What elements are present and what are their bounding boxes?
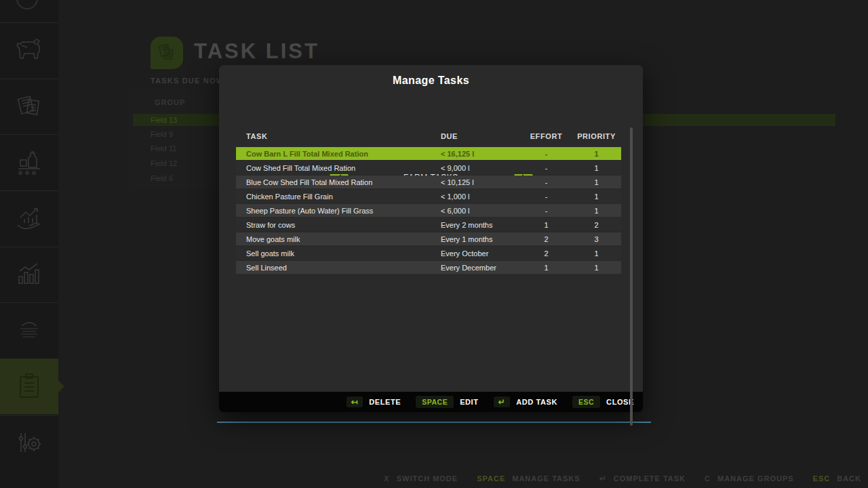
footer-action[interactable]: ↤ DELETE — [347, 396, 401, 407]
col-header-effort: EFFORT — [521, 132, 572, 146]
key-hint: ↵ — [494, 396, 511, 407]
help-action[interactable]: ↵ COMPLETE TASK — [599, 474, 686, 483]
gear-sliders-icon — [14, 428, 44, 458]
task-due-cell: < 16,125 l — [441, 150, 521, 158]
task-due-cell: < 10,125 l — [441, 178, 521, 186]
task-priority-cell: 1 — [572, 150, 621, 158]
group-row[interactable]: Field 11 — [151, 144, 176, 152]
help-action[interactable]: SPACE MANAGE TASKS — [477, 474, 580, 483]
task-priority-cell: 1 — [572, 249, 621, 258]
game-screen: { "background": { "page_title": "TASK LI… — [0, 0, 868, 488]
task-priority-cell: 1 — [572, 264, 621, 272]
task-priority-cell: 2 — [572, 221, 621, 229]
key-hint: X — [384, 474, 389, 483]
action-label: ADD TASK — [516, 398, 557, 406]
group-row[interactable]: Field 6 — [151, 174, 173, 182]
mod-logo-icon — [14, 317, 45, 344]
bar-chart-icon — [14, 260, 44, 289]
task-name-cell: Cow Barn L Fill Total Mixed Ration — [236, 150, 441, 158]
task-row[interactable]: Cow Barn L Fill Total Mixed Ration < 16,… — [236, 147, 621, 160]
cow-icon — [14, 37, 45, 64]
task-priority-cell: 1 — [572, 207, 621, 215]
help-action[interactable]: C MANAGE GROUPS — [705, 474, 794, 483]
task-effort-cell: - — [521, 164, 572, 172]
task-due-cell: Every December — [441, 264, 521, 272]
task-row[interactable]: Sell Linseed Every December 1 1 — [236, 261, 621, 274]
group-column-header: GROUP — [155, 98, 185, 106]
task-effort-cell: - — [521, 207, 572, 215]
col-header-task: TASK — [236, 132, 441, 146]
help-action[interactable]: ESC BACK — [813, 474, 861, 483]
action-label: EDIT — [460, 398, 478, 406]
task-table-header: TASK DUE EFFORT PRIORITY — [236, 132, 621, 146]
sidebar-tab-mod-info[interactable] — [0, 302, 58, 358]
documents-icon — [14, 92, 44, 121]
sidebar-tab-animals[interactable] — [0, 22, 58, 78]
footer-action[interactable]: ESC CLOSE — [572, 396, 634, 408]
task-effort-cell: - — [521, 150, 572, 158]
task-priority-cell: 1 — [572, 164, 621, 172]
group-row-label: Field 13 — [151, 116, 177, 124]
action-label: DELETE — [369, 398, 401, 406]
task-priority-cell: 1 — [572, 178, 621, 186]
task-name-cell: Cow Shed Fill Total Mixed Ration — [236, 164, 441, 172]
dialog-footer: ↤ DELETE SPACE EDIT ↵ ADD TASK ESC CLOSE — [219, 392, 643, 412]
page-title: TASK LIST — [194, 39, 319, 64]
footer-action[interactable]: SPACE EDIT — [416, 396, 478, 408]
key-hint: ESC — [572, 396, 600, 408]
action-label: SWITCH MODE — [397, 474, 458, 483]
clipboard-icon — [16, 371, 43, 401]
group-row[interactable]: Field 9 — [151, 130, 173, 138]
key-hint: ↤ — [347, 396, 363, 407]
task-priority-cell: 3 — [572, 235, 621, 243]
task-name-cell: Straw for cows — [236, 221, 441, 229]
task-name-cell: Sell goats milk — [236, 249, 441, 258]
task-due-cell: Every 1 months — [441, 235, 521, 243]
task-due-cell: < 9,000 l — [441, 164, 521, 172]
manage-tasks-dialog: Manage Tasks FARM TASKS TASK DUE EFFORT … — [219, 65, 643, 412]
task-row[interactable]: Sheep Pasture (Auto Water) Fill Grass < … — [236, 204, 621, 217]
task-priority-cell: 1 — [572, 192, 621, 201]
sidebar-tab-task-list[interactable] — [0, 359, 58, 414]
player-circle-icon — [16, 0, 38, 9]
dialog-body: Manage Tasks FARM TASKS TASK DUE EFFORT … — [219, 65, 643, 392]
task-row[interactable]: Chicken Pasture Fill Grain < 1,000 l - 1 — [236, 190, 621, 203]
task-row[interactable]: Move goats milk Every 1 months 2 3 — [236, 232, 621, 245]
group-row[interactable]: Field 12 — [151, 159, 177, 167]
task-due-cell: Every 2 months — [441, 221, 521, 229]
sidebar-tab-statistics[interactable] — [0, 247, 58, 302]
table-scrollbar[interactable] — [630, 127, 633, 426]
section-separator-line — [217, 422, 651, 423]
key-hint: SPACE — [477, 474, 505, 483]
task-name-cell: Chicken Pasture Fill Grain — [236, 192, 441, 201]
notes-icon — [157, 43, 177, 63]
help-action[interactable]: X SWITCH MODE — [384, 474, 458, 483]
col-header-due: DUE — [441, 132, 521, 146]
task-row[interactable]: Sell goats milk Every October 2 1 — [236, 247, 621, 260]
task-due-cell: < 6,000 l — [441, 207, 521, 215]
task-row[interactable]: Cow Shed Fill Total Mixed Ration < 9,000… — [236, 161, 621, 174]
task-row[interactable]: Blue Cow Shed Fill Total Mixed Ration < … — [236, 176, 621, 188]
task-name-cell: Sheep Pasture (Auto Water) Fill Grass — [236, 207, 441, 215]
sidebar-tab-finances[interactable] — [0, 190, 58, 246]
dialog-title: Manage Tasks — [219, 75, 643, 87]
task-effort-cell: 2 — [521, 249, 572, 258]
task-effort-cell: 1 — [521, 264, 572, 272]
task-list-page-icon — [151, 37, 183, 69]
sidebar-tab-settings[interactable] — [0, 415, 58, 470]
action-label: MANAGE GROUPS — [717, 474, 794, 483]
task-effort-cell: - — [521, 192, 572, 201]
bottom-help-bar: X SWITCH MODE SPACE MANAGE TASKS ↵ COMPL… — [384, 474, 861, 483]
task-due-cell: Every October — [441, 249, 521, 258]
tasks-due-now-label: TASKS DUE NOW — [151, 77, 224, 85]
sidebar-tab-contracts[interactable] — [0, 79, 58, 134]
task-due-cell: < 1,000 l — [441, 192, 521, 201]
key-hint: ↵ — [599, 474, 607, 483]
footer-action[interactable]: ↵ ADD TASK — [494, 396, 557, 407]
action-label: MANAGE TASKS — [512, 474, 580, 483]
task-table: TASK DUE EFFORT PRIORITY Cow Barn L Fill… — [236, 132, 621, 275]
action-label: COMPLETE TASK — [614, 474, 686, 483]
task-name-cell: Sell Linseed — [236, 264, 441, 272]
sidebar-tab-production[interactable] — [0, 134, 58, 190]
task-row[interactable]: Straw for cows Every 2 months 1 2 — [236, 218, 621, 231]
